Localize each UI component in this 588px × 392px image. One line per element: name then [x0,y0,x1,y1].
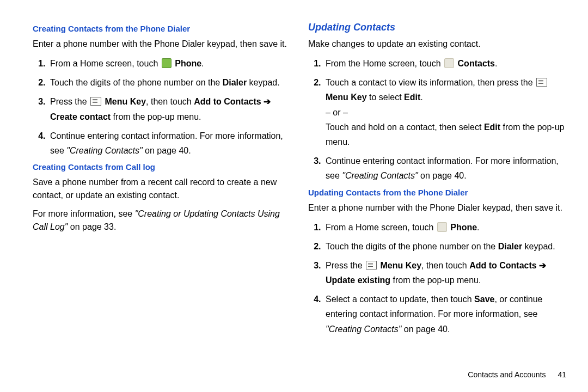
phone-icon [162,58,171,68]
menu-key-label: Menu Key [326,93,367,102]
edit-label: Edit [404,93,420,102]
add-to-contacts-label: Add to Contacts [194,97,261,106]
text: Touch a contact to view its information,… [326,78,535,87]
add-to-contacts-label: Add to Contacts [469,261,537,270]
step-4: Continue entering contact information. F… [48,128,291,158]
save-label: Save [474,295,494,304]
step-2: Touch the digits of the phone number on … [323,239,566,254]
contacts-label: Contacts [458,59,495,68]
menu-key-label: Menu Key [380,261,421,270]
text: from the pop-up menu. [390,275,481,285]
text: on page 40. [143,146,191,155]
text: Touch the digits of the phone number on … [326,242,498,251]
text: From the Home screen, touch [326,59,443,68]
menu-key-icon [536,78,547,87]
menu-key-icon [366,261,377,270]
xref-creating-contacts: "Creating Contacts" [326,324,401,334]
text: from the pop-up menu. [111,112,201,121]
text: on page 40. [401,324,450,334]
xref-creating-contacts: "Creating Contacts" [66,146,142,155]
dialer-label: Dialer [498,242,522,251]
text: . [420,93,422,102]
phone-icon [437,222,447,232]
text: on page 40. [418,171,467,180]
text: Select a contact to update, then touch [326,295,474,304]
text: For more information, see [33,209,135,218]
text: Press the [50,97,89,106]
step-4: Select a contact to update, then touch S… [323,292,566,336]
left-column: Creating Contacts from the Phone Dialer … [33,22,304,381]
intro-text: Save a phone number from a recent call r… [33,176,291,202]
page-footer: Contacts and Accounts 41 [468,370,566,379]
text: keypad. [522,242,555,251]
text: Touch the digits of the phone number on … [50,78,223,87]
step-1: From the Home screen, touch Contacts. [323,56,566,71]
step-3: Press the Menu Key, then touch Add to Co… [48,94,291,124]
manual-page: Creating Contacts from the Phone Dialer … [0,0,588,392]
step-2: Touch a contact to view its information,… [323,75,566,149]
section-updating-contacts: Updating Contacts [308,22,566,33]
text: keypad. [247,78,279,87]
edit-label: Edit [484,122,500,132]
phone-label: Phone [450,223,477,232]
text: Press the [326,261,365,270]
step-1: From a Home screen, touch Phone. [323,220,566,235]
step-2: Touch the digits of the phone number on … [48,75,291,90]
phone-label: Phone [175,59,201,68]
steps-updating-contacts: From the Home screen, touch Contacts. To… [308,56,566,183]
contacts-icon [444,58,454,68]
heading-creating-from-dialer: Creating Contacts from the Phone Dialer [33,24,291,33]
intro-text: Enter a phone number with the Phone Dial… [33,38,291,51]
page-number: 41 [558,370,566,379]
intro-text: Make changes to update an existing conta… [308,38,566,51]
arrow-icon: ➔ [261,97,271,106]
text: Touch and hold on a contact, then select [326,122,484,132]
intro-text: Enter a phone number with the Phone Dial… [308,201,566,215]
step-3: Press the Menu Key, then touch Add to Co… [323,258,566,287]
steps-creating-from-dialer: From a Home screen, touch Phone. Touch t… [33,56,291,158]
text: . [477,223,479,232]
xref-creating-contacts: "Creating Contacts" [342,171,418,180]
text: . [495,59,497,68]
step-1: From a Home screen, touch Phone. [48,56,291,71]
heading-creating-from-call-log: Creating Contacts from Call log [33,162,291,171]
text: on page 33. [68,222,116,231]
create-contact-label: Create contact [50,112,111,121]
step-3: Continue entering contact information. F… [323,154,566,183]
text: to select [367,93,404,102]
xref-paragraph: For more information, see "Creating or U… [33,207,291,234]
steps-updating-from-dialer: From a Home screen, touch Phone. Touch t… [308,220,566,336]
text: , then touch [146,97,194,106]
arrow-icon: ➔ [537,261,546,270]
menu-key-label: Menu Key [105,97,146,106]
text: From a Home screen, touch [326,223,436,232]
text: , then touch [421,261,469,270]
or-separator: – or – [326,105,566,120]
dialer-label: Dialer [223,78,247,87]
text: . [201,59,204,68]
heading-updating-from-dialer: Updating Contacts from the Phone Dialer [308,188,566,197]
text: From a Home screen, touch [50,59,161,68]
menu-key-icon [90,97,101,106]
footer-section-title: Contacts and Accounts [468,370,546,379]
right-column: Updating Contacts Make changes to update… [304,22,566,381]
update-existing-label: Update existing [326,275,390,285]
